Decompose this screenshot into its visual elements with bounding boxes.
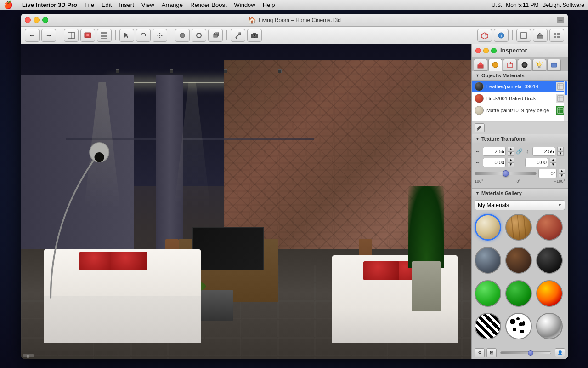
menu-arrange[interactable]: Arrange bbox=[162, 1, 183, 8]
move-tool[interactable] bbox=[153, 29, 167, 42]
menu-company: BeLight Software bbox=[543, 2, 584, 8]
gallery-item-chrome[interactable] bbox=[536, 313, 563, 339]
gallery-item-green-dark[interactable] bbox=[505, 280, 532, 307]
inspector-tab-house[interactable] bbox=[474, 59, 487, 71]
dropper-tool[interactable] bbox=[475, 123, 485, 132]
nav-fwd-button[interactable]: → bbox=[41, 29, 56, 42]
3d-viewport[interactable]: ||| bbox=[21, 44, 471, 359]
offset-x-input[interactable] bbox=[483, 158, 506, 167]
maximize-button[interactable] bbox=[42, 17, 48, 23]
height-stepper[interactable]: ▲ ▼ bbox=[557, 147, 564, 156]
render-button[interactable] bbox=[80, 29, 95, 42]
nav-back-button[interactable]: ← bbox=[25, 29, 40, 42]
svg-rect-17 bbox=[214, 34, 217, 37]
texture-section-title: Texture Transform bbox=[481, 136, 526, 142]
texture-width-input[interactable] bbox=[483, 147, 506, 156]
height-up[interactable]: ▲ bbox=[557, 147, 564, 151]
inspector-tab-edit[interactable] bbox=[503, 59, 517, 71]
offset-y-up[interactable]: ▲ bbox=[550, 158, 556, 162]
inspector-tab-light[interactable] bbox=[532, 59, 546, 71]
inspector-tab-texture[interactable] bbox=[518, 59, 531, 71]
sphere-tool[interactable] bbox=[175, 29, 190, 42]
materials-scrollbar[interactable] bbox=[564, 80, 568, 121]
materials-section-title: Object's Materials bbox=[481, 73, 525, 78]
plant-pot bbox=[412, 261, 441, 311]
close-button[interactable] bbox=[25, 17, 31, 23]
menu-render-boost[interactable]: Render Boost bbox=[190, 1, 227, 8]
gallery-item-dalmatian[interactable] bbox=[505, 313, 532, 339]
gallery-item-stone[interactable] bbox=[475, 247, 501, 274]
box-tool[interactable] bbox=[208, 29, 223, 42]
ring-tool[interactable] bbox=[192, 29, 206, 42]
offset-y-input[interactable] bbox=[525, 158, 548, 167]
material-item-0[interactable]: Leather/pamela_09014 bbox=[472, 80, 568, 92]
floorplan-button[interactable] bbox=[64, 29, 79, 42]
minimize-button[interactable] bbox=[34, 17, 40, 23]
main-toolbar: ← → bbox=[21, 27, 568, 44]
menu-help[interactable]: Help bbox=[263, 1, 275, 8]
view-grid-button[interactable] bbox=[549, 29, 564, 42]
angle-label-min: 180° bbox=[475, 179, 483, 184]
camera-tool[interactable] bbox=[247, 29, 262, 42]
texture-height-input[interactable] bbox=[532, 147, 555, 156]
inspector-resize-button[interactable]: ⊞ bbox=[486, 348, 497, 357]
rotate-tool[interactable] bbox=[136, 29, 151, 42]
offset-y-stepper[interactable]: ▲ ▼ bbox=[550, 158, 556, 167]
inspector-minimize[interactable] bbox=[483, 48, 489, 53]
3d-view-button[interactable] bbox=[477, 29, 492, 42]
gallery-dropdown[interactable]: My Materials bbox=[475, 200, 565, 210]
apple-menu[interactable]: 🍎 bbox=[4, 0, 13, 9]
inspector-tab-scene[interactable] bbox=[547, 59, 561, 71]
material-icon-2 bbox=[556, 106, 565, 115]
svg-point-4 bbox=[86, 34, 89, 36]
gallery-item-brick[interactable] bbox=[536, 214, 563, 241]
inspector-maximize[interactable] bbox=[491, 48, 497, 53]
info-button[interactable]: i bbox=[494, 29, 509, 42]
width-label: ↔ bbox=[475, 149, 481, 154]
gallery-item-fabric[interactable] bbox=[475, 214, 501, 241]
width-stepper[interactable]: ▲ ▼ bbox=[508, 147, 514, 156]
menu-view[interactable]: View bbox=[141, 1, 154, 8]
gallery-item-darkwood[interactable] bbox=[505, 247, 532, 274]
menu-window[interactable]: Window bbox=[234, 1, 255, 8]
gallery-item-fire[interactable] bbox=[536, 280, 563, 307]
view-square-button[interactable] bbox=[516, 29, 531, 42]
width-up[interactable]: ▲ bbox=[508, 147, 514, 151]
view-house-button[interactable] bbox=[533, 29, 548, 42]
angle-stepper[interactable]: ▲ ▼ bbox=[559, 169, 565, 178]
offset-y-down[interactable]: ▼ bbox=[550, 162, 556, 167]
inspector-zoom-slider[interactable] bbox=[500, 351, 551, 354]
app-name[interactable]: Live Interior 3D Pro bbox=[22, 1, 77, 8]
menu-edit[interactable]: Edit bbox=[102, 1, 112, 8]
offset-x-down[interactable]: ▼ bbox=[508, 162, 514, 167]
select-tool[interactable] bbox=[119, 29, 134, 42]
angle-labels: 180° 0° −180° bbox=[475, 179, 565, 184]
gallery-item-green-bright[interactable] bbox=[475, 280, 501, 307]
angle-input[interactable] bbox=[538, 169, 557, 178]
angle-up[interactable]: ▲ bbox=[559, 169, 565, 173]
svg-text:i: i bbox=[501, 33, 502, 38]
inspector-view-button[interactable]: 👤 bbox=[555, 348, 565, 357]
layout-button[interactable] bbox=[97, 29, 112, 42]
menu-insert[interactable]: Insert bbox=[119, 1, 134, 8]
inspector-tab-material[interactable] bbox=[488, 59, 502, 71]
width-down[interactable]: ▼ bbox=[508, 151, 514, 156]
height-down[interactable]: ▼ bbox=[557, 151, 564, 156]
materials-list[interactable]: Leather/pamela_09014 Brick/001 Baked Bri… bbox=[472, 80, 568, 122]
inspector-settings-button[interactable]: ⚙ bbox=[475, 348, 485, 357]
material-item-1[interactable]: Brick/001 Baked Brick bbox=[472, 92, 568, 104]
offset-x-up[interactable]: ▲ bbox=[508, 158, 514, 162]
gallery-grid bbox=[472, 212, 568, 346]
gallery-item-black[interactable] bbox=[536, 247, 563, 274]
material-item-2[interactable]: Matte paint/1019 grey beige bbox=[472, 104, 568, 116]
menu-file[interactable]: File bbox=[85, 1, 94, 8]
gallery-item-zebra[interactable] bbox=[475, 313, 501, 339]
svg-rect-35 bbox=[557, 33, 560, 35]
angle-down[interactable]: ▼ bbox=[559, 173, 565, 178]
offset-x-stepper[interactable]: ▲ ▼ bbox=[508, 158, 514, 167]
build-tool[interactable] bbox=[231, 29, 245, 42]
angle-track[interactable] bbox=[475, 172, 537, 175]
inspector-close[interactable] bbox=[475, 48, 481, 53]
window-resize[interactable]: — bbox=[557, 17, 564, 23]
gallery-item-wood[interactable] bbox=[505, 214, 532, 241]
